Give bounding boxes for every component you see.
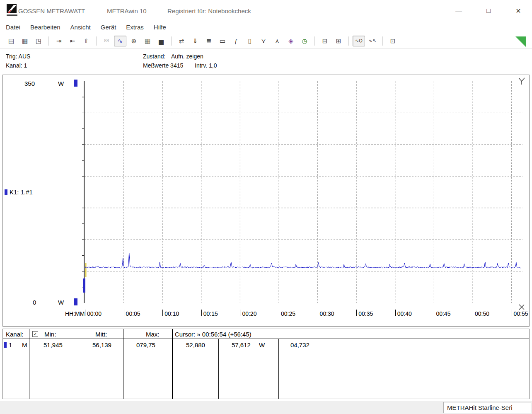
table-divider <box>278 339 279 399</box>
x-tick-mark <box>201 310 202 316</box>
view-histogram-button[interactable]: ▅ <box>155 36 167 46</box>
table-divider <box>172 329 173 399</box>
cursor-marker-top-icon[interactable] <box>518 77 525 85</box>
print-button[interactable]: ⊟ <box>319 36 331 46</box>
device-settings-button[interactable]: ≣ <box>203 36 215 46</box>
toolbar-separator <box>96 36 97 46</box>
close-button[interactable]: ✕ <box>511 5 525 17</box>
export-values-button[interactable]: ⇥ <box>53 36 65 46</box>
cursor-marker-bottom-icon[interactable] <box>518 303 525 311</box>
statistics-table: Kanal: ✓ Min: Mitt: Max: Cursor: » 00:56… <box>2 329 530 399</box>
device-function-button[interactable]: ƒ <box>230 36 242 46</box>
export-copy-button[interactable]: ⇧ <box>80 36 92 46</box>
app-logo-icon <box>6 3 18 17</box>
table-divider <box>29 329 29 399</box>
open-button[interactable]: ◳ <box>32 36 45 46</box>
table-divider <box>123 329 123 399</box>
row-unit: W <box>259 341 265 349</box>
col-header-cursor: Cursor: » 00:56:54 (+56:45) <box>175 331 251 338</box>
print-icon: ⊟ <box>322 38 328 44</box>
toolbar-separator <box>171 36 172 46</box>
x-tick-mark <box>162 310 163 316</box>
toolbar: ▤▦◳⇥⇤⇧88∿⊕▦▅⇄⇓≣▭ƒ▯⋎⋏◈◷⊟⊞∿Q∿↖⊡ <box>0 33 532 49</box>
minimize-button[interactable]: — <box>452 5 466 17</box>
view-numeric-button[interactable]: 88 <box>100 36 113 46</box>
x-tick-label: 00:05 <box>126 310 140 317</box>
export-report-icon: ⇤ <box>70 38 75 44</box>
view-xy-button[interactable]: ⊕ <box>128 36 140 46</box>
x-tick-mark <box>85 310 85 316</box>
row-channel-mode: M <box>22 341 27 349</box>
title-bar: GOSSEN METRAWATT METRAwin 10 Registriert… <box>0 0 532 21</box>
device-monitor-button[interactable]: ▭ <box>216 36 229 46</box>
col-header-max: Max: <box>146 331 160 338</box>
annotation-button[interactable]: ⊡ <box>387 36 399 46</box>
view-trend-button[interactable]: ∿ <box>114 36 126 46</box>
view-histogram-icon: ▅ <box>159 38 164 44</box>
save-as-button[interactable]: ▦ <box>19 36 31 46</box>
status-strip: Trig: AUS Kanal: 1 Zustand: Aufn. zeigen… <box>0 49 532 74</box>
export-report-button[interactable]: ⇤ <box>66 36 79 46</box>
menu-item-datei[interactable]: Datei <box>6 24 20 31</box>
zoom-select-button[interactable]: ∿↖ <box>366 36 379 46</box>
x-tick-label: 00:15 <box>203 310 218 317</box>
view-trend-icon: ∿ <box>118 38 123 44</box>
x-tick-mark <box>434 310 434 316</box>
row-max-value: 079,75 <box>136 341 155 349</box>
toolbar-separator <box>48 36 49 46</box>
device-send-button[interactable]: ⇄ <box>175 36 188 46</box>
x-tick-label: 00:25 <box>281 310 295 317</box>
state-label: Zustand: <box>143 53 165 60</box>
device-display-icon: ▯ <box>248 38 251 44</box>
toolbar-separator <box>382 36 383 46</box>
x-tick-mark <box>124 310 124 316</box>
device-send-icon: ⇄ <box>179 38 184 44</box>
export-copy-icon: ⇧ <box>84 38 89 44</box>
device-display-button[interactable]: ▯ <box>244 36 256 46</box>
x-tick-label: 00:20 <box>242 310 256 317</box>
x-tick-mark <box>240 310 240 316</box>
title-app-name: METRAwin 10 <box>107 7 147 15</box>
y-axis-unit-top: W <box>58 80 64 87</box>
sample-count: Meßwerte 3415 <box>143 62 183 69</box>
x-tick-label: 00:00 <box>87 310 102 317</box>
maximize-button[interactable]: □ <box>481 5 496 17</box>
connection-indicator-triangle-icon <box>515 36 526 47</box>
view-table-icon: ▦ <box>145 38 150 44</box>
menu-item-extras[interactable]: Extras <box>126 24 144 31</box>
timer-icon: ◷ <box>302 38 307 44</box>
channel-visible-checkbox[interactable]: ✓ <box>32 331 38 337</box>
menu-item-hilfe[interactable]: Hilfe <box>154 24 166 31</box>
x-tick-mark <box>473 310 473 316</box>
channel-legend-label: K1: 1.#1 <box>10 189 33 196</box>
x-tick-label: 00:55 <box>514 310 528 317</box>
channel-split-button[interactable]: ⋎ <box>257 36 270 46</box>
y-range-bottom-handle[interactable] <box>74 298 77 305</box>
colors-button[interactable]: ◈ <box>285 36 297 46</box>
timer-button[interactable]: ◷ <box>298 36 311 46</box>
trend-plot[interactable] <box>81 80 523 308</box>
view-numeric-icon: 88 <box>104 39 109 43</box>
interval-value: Intrv. 1,0 <box>195 62 217 69</box>
col-header-min: Min: <box>44 331 56 338</box>
row-channel-number: 1 <box>9 341 12 349</box>
menu-item-bearbeiten[interactable]: Bearbeiten <box>30 24 60 31</box>
menu-bar: DateiBearbeitenAnsichtGerätExtrasHilfe <box>0 21 532 33</box>
zoom-curve-button[interactable]: ∿Q <box>353 36 365 46</box>
menu-item-gert[interactable]: Gerät <box>101 24 116 31</box>
menu-item-ansicht[interactable]: Ansicht <box>70 24 91 31</box>
print-preview-button[interactable]: ⊞ <box>332 36 345 46</box>
col-header-kanal: Kanal: <box>6 331 24 338</box>
y-range-top-handle[interactable] <box>74 80 77 87</box>
row-cursor1-value: 52,880 <box>186 341 205 349</box>
y-axis-min-label: 0 <box>33 299 36 306</box>
device-read-button[interactable]: ⇓ <box>189 36 201 46</box>
device-function-icon: ƒ <box>235 38 238 44</box>
save-button[interactable]: ▤ <box>5 36 17 46</box>
view-table-button[interactable]: ▦ <box>141 36 154 46</box>
channel-legend: K1: 1.#1 <box>5 189 33 196</box>
row-cursor2-value: 57,612 <box>232 341 251 349</box>
x-tick-mark <box>279 310 279 316</box>
channel-merge-button[interactable]: ⋏ <box>271 36 283 46</box>
title-registered-to: Registriert für: Notebookcheck <box>167 7 251 15</box>
